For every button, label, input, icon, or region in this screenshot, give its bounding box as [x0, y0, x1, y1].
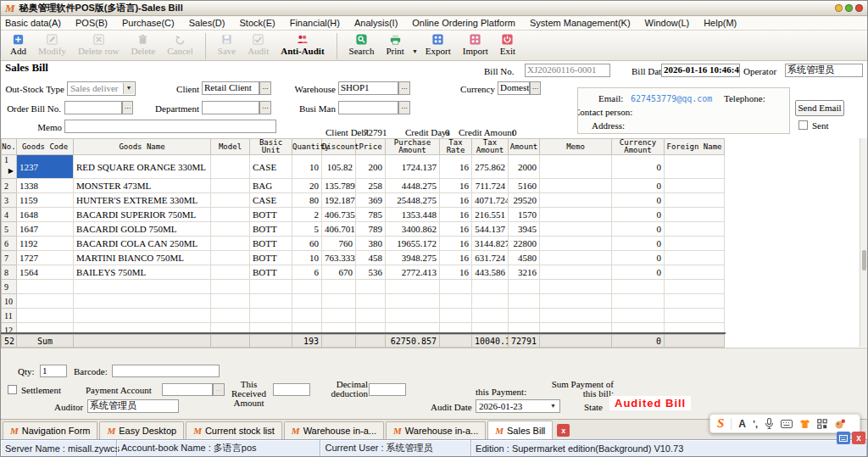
- chevron-down-icon[interactable]: ▼: [123, 83, 134, 94]
- grid-cell[interactable]: [665, 265, 725, 280]
- grid-cell[interactable]: [211, 309, 250, 323]
- grid-cell[interactable]: 631.724: [472, 251, 509, 265]
- tab-easy-desktop[interactable]: MEasy Desktop: [99, 421, 184, 439]
- grid-cell[interactable]: [665, 280, 725, 294]
- grid-cell[interactable]: MARTINI BIANCO 750ML: [74, 251, 211, 265]
- grid-cell[interactable]: 4071.724: [472, 193, 509, 208]
- grid-cell[interactable]: 0: [612, 155, 665, 179]
- grid-cell[interactable]: 3948.275: [386, 251, 440, 265]
- grid-cell[interactable]: 25448.275: [386, 193, 440, 208]
- warehouse-lookup-button[interactable]: ...: [398, 81, 410, 95]
- grid-cell[interactable]: [612, 294, 665, 309]
- sogou-logo-icon[interactable]: S: [717, 416, 724, 431]
- menu-item-analysis-i[interactable]: Analysis(I): [354, 18, 398, 28]
- menu-item-pos-b[interactable]: POS(B): [75, 18, 108, 28]
- grid-cell[interactable]: 9: [2, 280, 17, 294]
- grid-cell[interactable]: [440, 294, 472, 309]
- grid-cell[interactable]: [540, 155, 612, 179]
- grid-cell[interactable]: 4: [2, 208, 17, 222]
- grid-cell[interactable]: [612, 280, 665, 294]
- grid-cell[interactable]: 60: [292, 237, 322, 251]
- column-header-foreign-name[interactable]: Foreign Name: [665, 139, 725, 155]
- column-header-discount[interactable]: Discount: [322, 139, 356, 155]
- decimal-deduction-input[interactable]: [369, 383, 406, 396]
- grid-cell[interactable]: [472, 280, 509, 294]
- grid-cell[interactable]: 16: [440, 208, 472, 222]
- grid-cell[interactable]: [356, 280, 386, 294]
- grid-cell[interactable]: 19655.172: [386, 237, 440, 251]
- grid-cell[interactable]: [250, 294, 292, 309]
- grid-cell[interactable]: 0: [612, 193, 665, 208]
- currency-field[interactable]: Domestic: [498, 81, 530, 95]
- grid-cell[interactable]: 200: [356, 155, 386, 179]
- grid-cell[interactable]: [540, 208, 612, 222]
- menu-item-stock-e[interactable]: Stock(E): [239, 18, 275, 28]
- column-header-goods-code[interactable]: Goods Code: [17, 139, 74, 155]
- add-button[interactable]: Add: [4, 32, 32, 56]
- grid-cell[interactable]: [440, 309, 472, 323]
- grid-icon[interactable]: [817, 419, 827, 429]
- grid-cell[interactable]: CASE: [250, 155, 292, 179]
- grid-cell[interactable]: 763.333: [322, 251, 356, 265]
- department-lookup-button[interactable]: ...: [259, 101, 271, 114]
- column-header-currency-amount[interactable]: Currency Amount: [612, 139, 665, 155]
- grid-cell[interactable]: [386, 280, 440, 294]
- grid-cell[interactable]: [292, 309, 322, 323]
- grid-cell[interactable]: 1570: [509, 208, 540, 222]
- grid-cell[interactable]: [665, 179, 725, 193]
- grid-cell[interactable]: 3144.827: [472, 237, 509, 251]
- audit-date-select[interactable]: 2026-01-23▼: [476, 399, 560, 413]
- order-bill-no-lookup-button[interactable]: ...: [122, 101, 133, 114]
- grid-cell[interactable]: BOTT: [250, 251, 292, 265]
- grid-cell[interactable]: 216.551: [472, 208, 509, 222]
- grid-cell[interactable]: 10: [2, 294, 17, 309]
- operator-field[interactable]: 系统管理员: [785, 64, 863, 77]
- grid-cell[interactable]: [540, 294, 612, 309]
- grid-cell[interactable]: 192.187: [322, 193, 356, 208]
- table-row[interactable]: 71727MARTINI BIANCO 750MLBOTT10763.33345…: [2, 251, 725, 265]
- grid-cell[interactable]: 1237: [17, 155, 74, 179]
- order-bill-no-field[interactable]: [64, 101, 122, 114]
- grid-cell[interactable]: [292, 294, 322, 309]
- grid-cell[interactable]: [540, 280, 612, 294]
- bill-date-field[interactable]: 2026-01-16 10:46:40: [661, 64, 740, 77]
- table-row[interactable]: 41648BACARDI SUPERIOR 750MLBOTT2406.7357…: [2, 208, 725, 222]
- grid-cell[interactable]: 16: [440, 179, 472, 193]
- grid-cell[interactable]: 2772.413: [386, 265, 440, 280]
- grid-cell[interactable]: 3945: [509, 222, 540, 237]
- grid-cell[interactable]: BACARDI SUPERIOR 750ML: [74, 208, 211, 222]
- currency-lookup-button[interactable]: ...: [530, 81, 541, 95]
- minimize-button[interactable]: [835, 4, 843, 12]
- grid-cell[interactable]: [211, 265, 250, 280]
- qty-input[interactable]: 1: [40, 365, 67, 377]
- table-row-empty[interactable]: 11: [2, 309, 725, 323]
- grid-cell[interactable]: 1338: [17, 179, 74, 193]
- grid-cell[interactable]: 16: [440, 265, 472, 280]
- grid-cell[interactable]: 6: [292, 265, 322, 280]
- grid-cell[interactable]: [250, 309, 292, 323]
- grid-cell[interactable]: 2: [292, 208, 322, 222]
- grid-cell[interactable]: BACARDI COLA CAN 250ML: [74, 237, 211, 251]
- chevron-down-icon[interactable]: ▼: [548, 401, 559, 411]
- grid-cell[interactable]: [74, 294, 211, 309]
- grid-cell[interactable]: 1192: [17, 237, 74, 251]
- grid-cell[interactable]: BOTT: [250, 237, 292, 251]
- tab-navigation-form[interactable]: MNavigation Form: [3, 421, 97, 439]
- grid-cell[interactable]: 1564: [17, 265, 74, 280]
- grid-cell[interactable]: [74, 280, 211, 294]
- column-header-no[interactable]: No.: [2, 139, 17, 155]
- menu-item-system-management-k[interactable]: System Management(K): [530, 18, 631, 28]
- grid-cell[interactable]: 4580: [509, 251, 540, 265]
- grid-cell[interactable]: 0: [612, 179, 665, 193]
- grid-cell[interactable]: 785: [356, 208, 386, 222]
- grid-cell[interactable]: [665, 309, 725, 323]
- grid-cell[interactable]: 5160: [509, 179, 540, 193]
- search-button[interactable]: Search: [343, 32, 381, 56]
- column-header-quantity[interactable]: Quantity: [292, 139, 322, 155]
- anti-audit-button[interactable]: Anti-Audit: [275, 32, 330, 56]
- column-header-purchase-amount[interactable]: Purchase Amount: [386, 139, 440, 155]
- payment-account-input[interactable]: [162, 383, 213, 396]
- grid-cell[interactable]: [665, 237, 725, 251]
- grid-cell[interactable]: 80: [292, 193, 322, 208]
- grid-cell[interactable]: [211, 179, 250, 193]
